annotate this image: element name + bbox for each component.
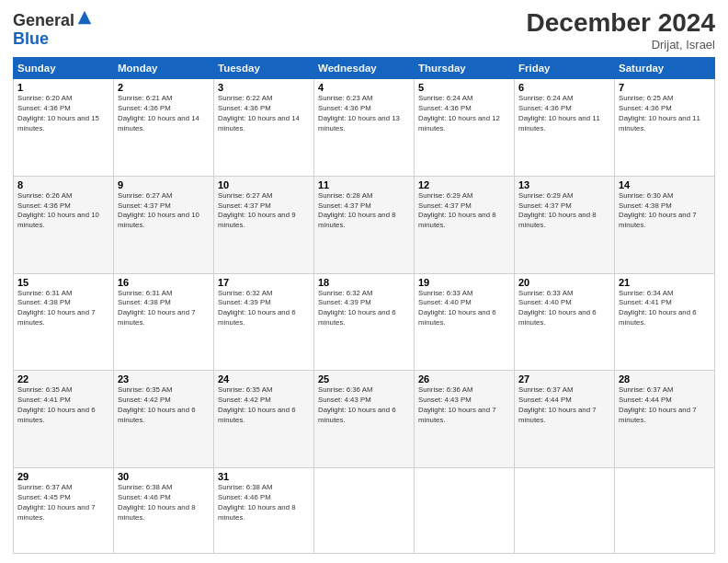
logo-icon — [76, 9, 93, 26]
col-header-sunday: Sunday — [14, 57, 114, 78]
day-number: 24 — [218, 373, 310, 385]
day-info: Sunrise: 6:23 AMSunset: 4:36 PMDaylight:… — [318, 94, 410, 134]
day-info: Sunrise: 6:25 AMSunset: 4:36 PMDaylight:… — [619, 94, 711, 134]
day-number: 6 — [518, 82, 610, 93]
day-number: 20 — [518, 277, 610, 288]
col-header-monday: Monday — [114, 57, 214, 78]
day-number: 21 — [619, 277, 711, 288]
logo-general: General — [13, 11, 74, 29]
day-number: 23 — [118, 373, 210, 385]
day-info: Sunrise: 6:30 AMSunset: 4:38 PMDaylight:… — [619, 191, 711, 232]
day-info: Sunrise: 6:31 AMSunset: 4:38 PMDaylight:… — [118, 289, 210, 329]
day-info: Sunrise: 6:35 AMSunset: 4:42 PMDaylight:… — [118, 385, 210, 426]
day-number: 8 — [17, 179, 109, 190]
location: Drijat, Israel — [527, 38, 715, 52]
day-number: 29 — [17, 471, 109, 482]
day-info: Sunrise: 6:33 AMSunset: 4:40 PMDaylight:… — [418, 289, 510, 329]
col-header-tuesday: Tuesday — [214, 57, 314, 78]
logo: General Blue — [13, 9, 93, 49]
calendar-cell: 24Sunrise: 6:35 AMSunset: 4:42 PMDayligh… — [214, 371, 314, 468]
day-info: Sunrise: 6:24 AMSunset: 4:36 PMDaylight:… — [518, 94, 610, 134]
day-info: Sunrise: 6:32 AMSunset: 4:39 PMDaylight:… — [218, 289, 310, 329]
calendar-cell: 12Sunrise: 6:29 AMSunset: 4:37 PMDayligh… — [415, 176, 515, 273]
day-info: Sunrise: 6:38 AMSunset: 4:46 PMDaylight:… — [218, 483, 310, 523]
day-number: 31 — [218, 471, 310, 482]
day-number: 1 — [17, 82, 109, 93]
day-number: 17 — [218, 277, 310, 288]
calendar-cell: 8Sunrise: 6:26 AMSunset: 4:36 PMDaylight… — [14, 176, 114, 273]
calendar-cell: 15Sunrise: 6:31 AMSunset: 4:38 PMDayligh… — [14, 273, 114, 371]
calendar-cell — [515, 468, 615, 554]
col-header-saturday: Saturday — [615, 57, 715, 78]
day-info: Sunrise: 6:20 AMSunset: 4:36 PMDaylight:… — [17, 94, 109, 134]
page: General Blue December 2024 Drijat, Israe… — [0, 0, 728, 563]
calendar-header-row: SundayMondayTuesdayWednesdayThursdayFrid… — [14, 57, 715, 78]
calendar-cell — [615, 468, 715, 554]
calendar-cell: 1Sunrise: 6:20 AMSunset: 4:36 PMDaylight… — [14, 78, 114, 176]
calendar-cell: 14Sunrise: 6:30 AMSunset: 4:38 PMDayligh… — [615, 176, 715, 273]
day-number: 9 — [118, 179, 210, 190]
day-number: 14 — [619, 179, 711, 190]
calendar-cell: 31Sunrise: 6:38 AMSunset: 4:46 PMDayligh… — [214, 468, 314, 554]
calendar-cell: 21Sunrise: 6:34 AMSunset: 4:41 PMDayligh… — [615, 273, 715, 371]
calendar-cell: 7Sunrise: 6:25 AMSunset: 4:36 PMDaylight… — [615, 78, 715, 176]
title-block: December 2024 Drijat, Israel — [527, 9, 715, 52]
calendar-cell: 3Sunrise: 6:22 AMSunset: 4:36 PMDaylight… — [214, 78, 314, 176]
day-number: 7 — [619, 82, 711, 93]
day-info: Sunrise: 6:31 AMSunset: 4:38 PMDaylight:… — [17, 289, 109, 329]
day-info: Sunrise: 6:26 AMSunset: 4:36 PMDaylight:… — [17, 191, 109, 232]
day-info: Sunrise: 6:35 AMSunset: 4:41 PMDaylight:… — [17, 385, 109, 426]
svg-marker-0 — [78, 11, 91, 24]
day-number: 10 — [218, 179, 310, 190]
day-number: 27 — [518, 373, 610, 385]
calendar-cell: 26Sunrise: 6:36 AMSunset: 4:43 PMDayligh… — [415, 371, 515, 468]
calendar-cell: 30Sunrise: 6:38 AMSunset: 4:46 PMDayligh… — [114, 468, 214, 554]
day-number: 26 — [418, 373, 510, 385]
calendar-cell: 22Sunrise: 6:35 AMSunset: 4:41 PMDayligh… — [14, 371, 114, 468]
calendar-cell: 2Sunrise: 6:21 AMSunset: 4:36 PMDaylight… — [114, 78, 214, 176]
day-info: Sunrise: 6:22 AMSunset: 4:36 PMDaylight:… — [218, 94, 310, 134]
day-number: 22 — [17, 373, 109, 385]
calendar-cell: 10Sunrise: 6:27 AMSunset: 4:37 PMDayligh… — [214, 176, 314, 273]
day-number: 30 — [118, 471, 210, 482]
day-info: Sunrise: 6:29 AMSunset: 4:37 PMDaylight:… — [418, 191, 510, 232]
day-info: Sunrise: 6:27 AMSunset: 4:37 PMDaylight:… — [218, 191, 310, 232]
day-number: 12 — [418, 179, 510, 190]
day-number: 13 — [518, 179, 610, 190]
calendar-cell: 16Sunrise: 6:31 AMSunset: 4:38 PMDayligh… — [114, 273, 214, 371]
day-number: 18 — [318, 277, 410, 288]
day-info: Sunrise: 6:37 AMSunset: 4:45 PMDaylight:… — [17, 483, 109, 523]
day-info: Sunrise: 6:28 AMSunset: 4:37 PMDaylight:… — [318, 191, 410, 232]
calendar-cell: 29Sunrise: 6:37 AMSunset: 4:45 PMDayligh… — [14, 468, 114, 554]
calendar-cell: 19Sunrise: 6:33 AMSunset: 4:40 PMDayligh… — [415, 273, 515, 371]
col-header-wednesday: Wednesday — [314, 57, 415, 78]
day-info: Sunrise: 6:35 AMSunset: 4:42 PMDaylight:… — [218, 385, 310, 426]
page-title: December 2024 — [527, 9, 715, 38]
header: General Blue December 2024 Drijat, Israe… — [13, 9, 715, 52]
calendar-table: SundayMondayTuesdayWednesdayThursdayFrid… — [13, 57, 715, 554]
calendar-cell: 25Sunrise: 6:36 AMSunset: 4:43 PMDayligh… — [314, 371, 415, 468]
day-info: Sunrise: 6:36 AMSunset: 4:43 PMDaylight:… — [418, 385, 510, 426]
day-number: 25 — [318, 373, 410, 385]
day-info: Sunrise: 6:24 AMSunset: 4:36 PMDaylight:… — [418, 94, 510, 134]
calendar-cell: 6Sunrise: 6:24 AMSunset: 4:36 PMDaylight… — [515, 78, 615, 176]
day-number: 19 — [418, 277, 510, 288]
calendar-cell: 5Sunrise: 6:24 AMSunset: 4:36 PMDaylight… — [415, 78, 515, 176]
day-info: Sunrise: 6:37 AMSunset: 4:44 PMDaylight:… — [518, 385, 610, 426]
day-info: Sunrise: 6:36 AMSunset: 4:43 PMDaylight:… — [318, 385, 410, 426]
day-info: Sunrise: 6:38 AMSunset: 4:46 PMDaylight:… — [118, 483, 210, 523]
calendar-cell: 9Sunrise: 6:27 AMSunset: 4:37 PMDaylight… — [114, 176, 214, 273]
day-info: Sunrise: 6:33 AMSunset: 4:40 PMDaylight:… — [518, 289, 610, 329]
day-number: 11 — [318, 179, 410, 190]
calendar-cell: 17Sunrise: 6:32 AMSunset: 4:39 PMDayligh… — [214, 273, 314, 371]
calendar-cell: 27Sunrise: 6:37 AMSunset: 4:44 PMDayligh… — [515, 371, 615, 468]
calendar-cell: 23Sunrise: 6:35 AMSunset: 4:42 PMDayligh… — [114, 371, 214, 468]
calendar-cell: 11Sunrise: 6:28 AMSunset: 4:37 PMDayligh… — [314, 176, 415, 273]
day-number: 5 — [418, 82, 510, 93]
calendar-cell: 20Sunrise: 6:33 AMSunset: 4:40 PMDayligh… — [515, 273, 615, 371]
calendar-cell: 13Sunrise: 6:29 AMSunset: 4:37 PMDayligh… — [515, 176, 615, 273]
day-number: 15 — [17, 277, 109, 288]
day-info: Sunrise: 6:32 AMSunset: 4:39 PMDaylight:… — [318, 289, 410, 329]
col-header-thursday: Thursday — [415, 57, 515, 78]
calendar-cell: 28Sunrise: 6:37 AMSunset: 4:44 PMDayligh… — [615, 371, 715, 468]
